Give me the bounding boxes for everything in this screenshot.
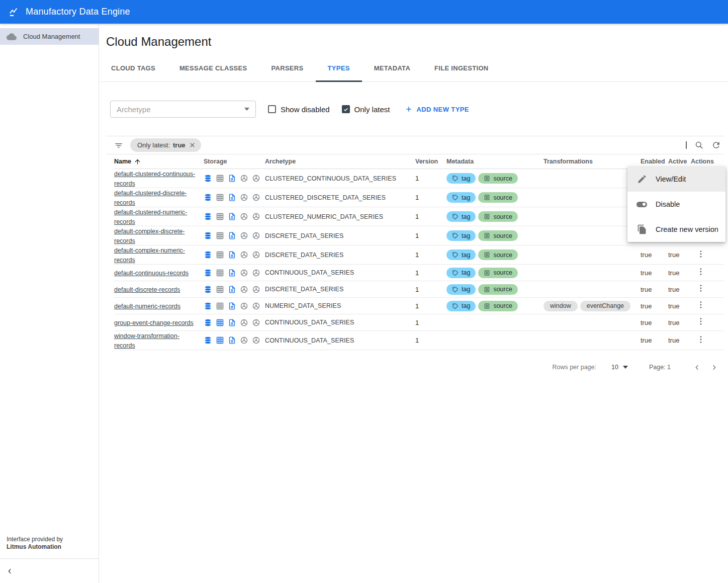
type-name-link[interactable]: default-continuous-records	[114, 268, 198, 279]
metadata-cell: tagsource	[446, 284, 543, 295]
tag-icon	[452, 303, 459, 309]
row-actions-menu: View/EditDisableCreate new version	[627, 166, 725, 242]
storage-cell	[204, 193, 265, 202]
archetype-select[interactable]: Archetype	[110, 101, 256, 118]
type-name-link[interactable]: default-complex-numeric-records	[114, 245, 185, 266]
row-actions-kebab-button[interactable]	[695, 315, 707, 327]
type-name-link[interactable]: default-clustered-numeric-records	[114, 207, 187, 227]
wheel-icon	[252, 231, 260, 240]
archetype-cell: NUMERIC_DATA_SERIES	[265, 302, 415, 309]
refresh-icon[interactable]	[711, 140, 721, 150]
archetype-cell: DISCRETE_DATA_SERIES	[265, 286, 415, 293]
search-icon[interactable]	[694, 140, 704, 150]
menu-item-label: Disable	[656, 200, 680, 208]
tag-chip: tag	[446, 192, 476, 203]
wheel-icon	[252, 251, 260, 259]
document-icon	[228, 174, 236, 183]
chip-label: source	[493, 286, 512, 293]
chip-label: tag	[462, 269, 470, 276]
previous-page-button[interactable]	[693, 363, 702, 372]
database-icon	[204, 212, 212, 221]
row-actions-kebab-button[interactable]	[695, 282, 707, 294]
tab-file-ingestion[interactable]: FILE INGESTION	[422, 56, 500, 82]
storage-cell	[204, 212, 265, 221]
wheel-icon	[240, 302, 248, 310]
type-name-link[interactable]: group-event-change-records	[114, 317, 203, 328]
database-icon	[204, 174, 212, 183]
tab-message-classes[interactable]: MESSAGE CLASSES	[167, 56, 259, 82]
row-actions-kebab-button[interactable]	[695, 266, 707, 278]
chip-label: tag	[462, 213, 470, 220]
archetype-cell: CLUSTERED_DISCRETE_DATA_SERIES	[265, 194, 415, 201]
archetype-cell: DISCRETE_DATA_SERIES	[265, 252, 415, 259]
active-cell: true	[668, 302, 691, 310]
add-new-type-button[interactable]: ADD NEW TYPE	[405, 105, 469, 113]
tag-icon	[452, 194, 459, 201]
name-cell: group-event-change-records	[114, 318, 204, 327]
type-name-link[interactable]: default-discrete-records	[114, 284, 189, 295]
cloud-icon	[7, 32, 17, 42]
pencil-icon	[636, 174, 647, 185]
type-name-link[interactable]: default-numeric-records	[114, 301, 190, 312]
chip-label: tag	[462, 232, 470, 239]
only-latest-checkbox[interactable]: Only latest	[342, 105, 390, 114]
tag-chip: tag	[446, 284, 476, 295]
tab-types[interactable]: TYPES	[316, 56, 362, 82]
rows-per-page-select[interactable]: 10	[611, 364, 628, 371]
transformation-chip: eventChange	[580, 301, 630, 311]
filter-list-icon[interactable]	[114, 141, 123, 150]
menu-item-create-new-version[interactable]: Create new version	[627, 217, 725, 242]
storage-cell	[204, 231, 265, 240]
source-chip: source	[478, 173, 518, 184]
tag-icon	[452, 270, 459, 276]
filter-chip-label: Only latest:	[137, 141, 170, 149]
type-name-link[interactable]: window-transformation-records	[114, 330, 179, 351]
arrow-up-icon	[134, 158, 141, 165]
version-cell: 1	[415, 232, 446, 239]
menu-item-view-edit[interactable]: View/Edit	[627, 166, 725, 192]
version-cell: 1	[415, 251, 446, 259]
tab-parsers[interactable]: PARSERS	[259, 56, 316, 82]
version-cell: 1	[415, 175, 446, 182]
active-cell: true	[668, 286, 691, 293]
storage-cell	[204, 318, 265, 327]
source-chip: source	[478, 301, 518, 311]
column-header-name[interactable]: Name	[114, 158, 204, 165]
chip-label: source	[493, 194, 512, 201]
tab-metadata[interactable]: METADATA	[362, 56, 422, 82]
pagination: Rows per page: 10 Page: 1	[99, 363, 719, 372]
metadata-cell: tagsource	[446, 173, 543, 184]
storage-cell	[204, 174, 265, 183]
type-name-link[interactable]: default-complex-discrete-records	[114, 226, 185, 246]
enabled-cell: true	[641, 337, 668, 344]
tag-icon	[452, 213, 459, 220]
next-page-button[interactable]	[710, 363, 719, 372]
doc-lines-icon	[484, 252, 490, 258]
checkbox-unchecked-icon	[268, 105, 276, 113]
row-actions-kebab-button[interactable]	[695, 248, 707, 260]
type-name-link[interactable]: default-clustered-continuous-records	[114, 169, 195, 189]
sidebar-item-cloud-management[interactable]: Cloud Management	[0, 28, 99, 45]
tag-chip: tag	[446, 301, 476, 311]
table-row: window-transformation-recordsCONTINUOUS_…	[114, 331, 723, 350]
chevron-down-icon	[623, 366, 628, 369]
metadata-cell: tagsource	[446, 230, 543, 241]
row-actions-kebab-button[interactable]	[695, 334, 707, 346]
checkbox-checked-icon	[342, 105, 350, 113]
menu-item-disable[interactable]: Disable	[627, 192, 725, 217]
doc-lines-icon	[484, 232, 490, 239]
version-cell: 1	[415, 213, 446, 220]
close-icon[interactable]	[189, 141, 196, 149]
type-name-link[interactable]: default-clustered-discrete-records	[114, 188, 187, 208]
archetype-cell: CLUSTERED_CONTINUOUS_DATA_SERIES	[265, 175, 415, 182]
actions-cell	[691, 266, 723, 280]
wheel-icon	[240, 193, 248, 202]
row-actions-kebab-button[interactable]	[695, 299, 707, 311]
chevron-left-icon[interactable]	[6, 567, 14, 575]
tag-icon	[452, 232, 459, 239]
tab-cloud-tags[interactable]: CLOUD TAGS	[99, 56, 167, 82]
column-header-metadata: Metadata	[446, 158, 543, 165]
document-icon	[228, 318, 236, 327]
plus-icon	[405, 105, 413, 113]
show-disabled-checkbox[interactable]: Show disabled	[268, 105, 330, 114]
